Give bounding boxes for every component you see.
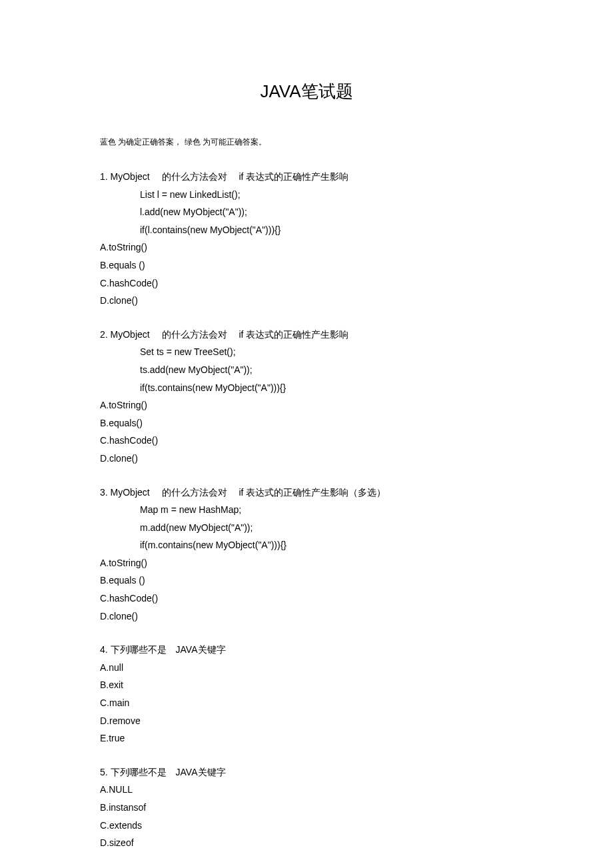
q3-code-3: if(m.contains(new MyObject("A"))){} (100, 536, 513, 554)
q3-option-d: D.clone() (100, 608, 513, 626)
question-4: 4. 下列哪些不是 JAVA关键字 A.null B.exit C.main D… (100, 641, 513, 747)
q1-option-b: B.equals () (100, 256, 513, 274)
q2-option-d: D.clone() (100, 450, 513, 468)
q3-head: 3. MyObject 的什么方法会对 if 表达式的正确性产生影响（多选） (100, 484, 513, 502)
q1-head: 1. MyObject 的什么方法会对 if 表达式的正确性产生影响 (100, 168, 513, 186)
q1-option-d: D.clone() (100, 292, 513, 310)
question-1: 1. MyObject 的什么方法会对 if 表达式的正确性产生影响 List … (100, 168, 513, 310)
q3-code-2: m.add(new MyObject("A")); (100, 519, 513, 537)
q4-option-e: E.true (100, 729, 513, 747)
q2-option-a: A.toString() (100, 396, 513, 414)
q4-option-d: D.remove (100, 712, 513, 730)
q2-option-b: B.equals() (100, 414, 513, 432)
q5-head: 5. 下列哪些不是 JAVA关键字 (100, 763, 513, 781)
q4-option-c: C.main (100, 694, 513, 712)
q2-code-2: ts.add(new MyObject("A")); (100, 361, 513, 379)
q5-option-a: A.NULL (100, 781, 513, 799)
q1-code-3: if(l.contains(new MyObject("A"))){} (100, 221, 513, 239)
q1-code-2: l.add(new MyObject("A")); (100, 203, 513, 221)
question-2: 2. MyObject 的什么方法会对 if 表达式的正确性产生影响 Set t… (100, 326, 513, 468)
q5-option-d: D.sizeof (100, 834, 513, 852)
q3-option-a: A.toString() (100, 554, 513, 572)
q1-option-c: C.hashCode() (100, 274, 513, 292)
q3-code-1: Map m = new HashMap; (100, 501, 513, 519)
q3-option-c: C.hashCode() (100, 590, 513, 608)
q4-head: 4. 下列哪些不是 JAVA关键字 (100, 641, 513, 659)
q4-option-a: A.null (100, 659, 513, 677)
page-title: JAVA笔试题 (100, 80, 513, 103)
q1-code-1: List l = new LinkedList(); (100, 186, 513, 204)
q4-option-b: B.exit (100, 676, 513, 694)
q5-option-b: B.instansof (100, 799, 513, 817)
legend-note: 蓝色 为确定正确答案， 绿色 为可能正确答案。 (100, 137, 513, 148)
q1-option-a: A.toString() (100, 238, 513, 256)
q2-option-c: C.hashCode() (100, 432, 513, 450)
note-green: 绿色 为可能正确答案。 (185, 137, 267, 147)
document-page: JAVA笔试题 蓝色 为确定正确答案， 绿色 为可能正确答案。 1. MyObj… (0, 0, 613, 868)
note-blue: 蓝色 为确定正确答案， (100, 137, 182, 147)
question-5: 5. 下列哪些不是 JAVA关键字 A.NULL B.instansof C.e… (100, 763, 513, 852)
q2-code-3: if(ts.contains(new MyObject("A"))){} (100, 379, 513, 397)
q3-option-b: B.equals () (100, 572, 513, 590)
question-3: 3. MyObject 的什么方法会对 if 表达式的正确性产生影响（多选） M… (100, 484, 513, 626)
q2-head: 2. MyObject 的什么方法会对 if 表达式的正确性产生影响 (100, 326, 513, 344)
q5-option-c: C.extends (100, 817, 513, 835)
q2-code-1: Set ts = new TreeSet(); (100, 343, 513, 361)
